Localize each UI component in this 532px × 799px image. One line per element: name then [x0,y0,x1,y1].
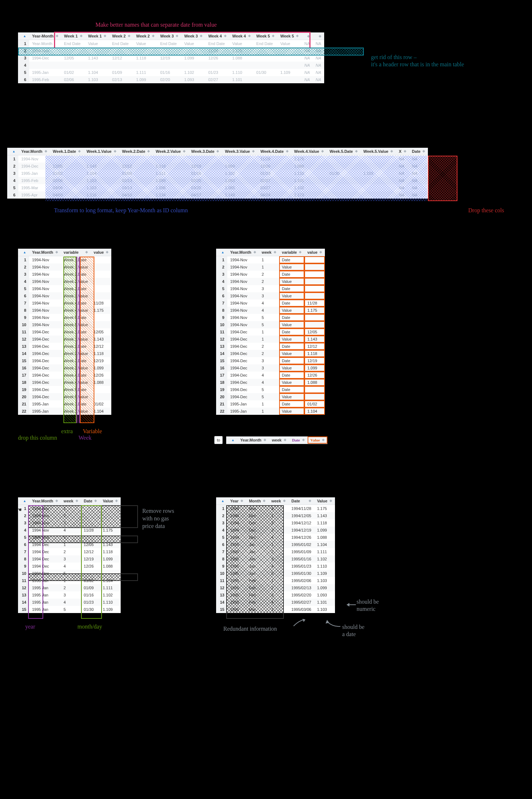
cell: 1994-Nov [227,314,259,321]
cell: NA [313,62,324,69]
cell: 1.109 [277,69,301,76]
column-header[interactable]: week◆ [61,497,81,505]
cell: 1.103 [85,76,109,83]
column-header[interactable]: Month◆ [246,497,268,505]
cell: 1995-Apr [18,191,50,199]
column-header[interactable]: variable◆ [61,249,91,256]
column-header[interactable]: Week.2.Date◆ [119,148,153,155]
column-header[interactable]: Week 4◆ [205,32,229,40]
column-header[interactable]: Week 2◆ [133,32,157,40]
cell [109,47,133,54]
cursor-icon: ☚ [17,507,22,512]
column-header[interactable]: Week 3◆ [157,32,182,40]
column-header[interactable]: value◆ [91,249,111,256]
column-header[interactable]: Date◆ [289,497,314,505]
column-header[interactable]: Week 5◆ [277,32,301,40]
column-header[interactable]: Week.2.Value◆ [153,148,188,155]
cell: 1994-Dec [227,350,259,357]
column-header[interactable]: Year-Month◆ [29,32,61,40]
table-row: 41994Dec31994/12/191.099 [216,527,335,534]
cell [91,256,111,264]
column-header[interactable]: Week.4.Value◆ [291,148,327,155]
column-header[interactable]: Date◆ [409,148,428,155]
table-row: 31994-Nov2Date [216,271,325,278]
column-header[interactable]: Year.Month◆ [29,249,61,256]
column-header[interactable]: Week 4◆ [229,32,254,40]
cell: 01/16 [157,69,182,76]
column-header[interactable]: ◆ [301,32,313,40]
column-header[interactable]: Week.5.Value◆ [361,148,396,155]
cell [91,393,111,400]
column-header[interactable]: X◆ [396,148,409,155]
cell: NA [409,170,428,177]
column-header[interactable]: ◆ [313,32,324,40]
column-header[interactable]: week◆ [259,249,279,256]
column-header[interactable]: Value◆ [314,497,335,505]
cell [81,534,100,541]
column-header[interactable]: Week.4.Date◆ [258,148,291,155]
cell: Jan [246,570,268,577]
table-row: 121995 Jan201/091.111 [18,584,121,591]
cell: NA [396,170,409,177]
column-header[interactable]: Week.5.Date◆ [327,148,361,155]
cell: 3 [259,357,279,364]
column-header[interactable]: Year.Month◆ [237,436,269,444]
cell: Jan [246,548,268,555]
cell: Nov [246,505,268,512]
cell: 01/30 [81,606,100,613]
column-header[interactable]: week◆ [268,497,289,505]
column-header[interactable]: Week 3◆ [181,32,205,40]
column-header[interactable]: Week.3.Value◆ [222,148,258,155]
cell: 1994-Nov [227,299,259,307]
column-header[interactable]: Value◆ [308,436,328,444]
column-header[interactable]: Year.Month◆ [29,497,61,505]
cell: Jan [246,563,268,570]
cell: 4 [259,299,279,307]
column-header[interactable]: Date◆ [81,497,100,505]
table-row: 31994-NovWeek.2.Date [18,271,111,278]
column-header[interactable]: Value◆ [100,497,121,505]
column-header[interactable]: Week.3.Date◆ [188,148,222,155]
cell: 1994-Dec [29,328,61,336]
column-header[interactable]: Year.Month◆ [227,249,259,256]
cell: 5 [259,321,279,328]
column-header[interactable]: variable◆ [279,249,305,256]
cell [277,62,301,69]
column-header[interactable]: Year.Month◆ [18,148,50,155]
cell: 12/05 [61,54,85,62]
column-header[interactable]: Week.1.Value◆ [84,148,119,155]
column-header[interactable]: Date◆ [289,436,308,444]
cell: 1 [268,577,289,584]
cell: 1.088 [100,563,121,570]
cell [254,62,278,69]
column-header[interactable]: Week 5◆ [254,32,278,40]
cell: 1994-Dec [227,372,259,379]
column-header[interactable]: Year◆ [227,497,246,505]
cell: 1.111 [100,584,121,591]
table-row: 51994-Nov3Date [216,285,325,292]
cell: Value [279,364,305,372]
column-header[interactable]: Week 1◆ [85,32,109,40]
cell: 4 [259,307,279,314]
cell: 1 [61,577,81,584]
column-header[interactable]: value◆ [304,249,325,256]
cell: 4 [268,599,289,606]
cell: 1.110 [229,69,254,76]
cell [327,177,361,184]
cell: Value [181,40,205,48]
annotation-week: Week [79,435,91,441]
table-row: 31994-Dec12/051.14312/121.11812/191.0991… [18,54,324,62]
cell: Week.5.Date [61,386,91,393]
cell: 1994-Nov [29,321,61,328]
column-header[interactable]: Week 2◆ [109,32,133,40]
cell: 1.104 [91,408,111,415]
cell [133,62,157,69]
cell [91,263,111,271]
cell: 1 [268,541,289,548]
column-header[interactable]: Week.1.Date◆ [50,148,84,155]
column-header[interactable]: Week 1◆ [61,32,85,40]
cell [61,62,85,69]
table-row: 11994Nov41994/11/281.175 [216,505,335,512]
cell: 1994-Nov [29,271,61,278]
column-header[interactable]: week◆ [269,436,289,444]
